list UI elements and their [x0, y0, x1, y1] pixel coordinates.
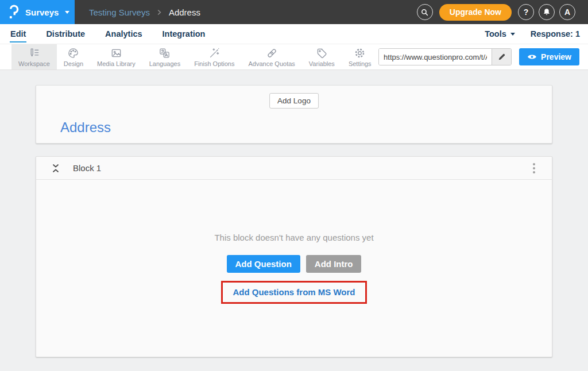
- toolbar-item-languages[interactable]: Languages: [142, 44, 187, 69]
- survey-url-group: [378, 48, 512, 65]
- app-logo-menu[interactable]: Surveys: [0, 0, 75, 24]
- kebab-icon: [533, 167, 535, 169]
- toolbar-item-label: Workspace: [18, 60, 50, 67]
- empty-block-message: This block doesn't have any questions ye…: [214, 233, 373, 242]
- search-icon: [420, 8, 429, 17]
- survey-header-card: Add Logo Address: [36, 85, 552, 144]
- breadcrumb-parent[interactable]: Testing Surveys: [89, 7, 150, 17]
- breadcrumb-separator-icon: [157, 9, 161, 16]
- breadcrumb-current: Address: [169, 7, 200, 17]
- media-library-icon: [110, 47, 122, 59]
- toolbar-item-label: Variables: [309, 60, 335, 67]
- finish-options-icon: [208, 47, 220, 59]
- breadcrumb: Testing Surveys Address: [89, 7, 200, 17]
- add-intro-button[interactable]: Add Intro: [306, 255, 362, 273]
- block-header: Block 1: [36, 157, 552, 180]
- toolbar-item-label: Design: [64, 60, 83, 67]
- pencil-icon: [498, 53, 506, 61]
- section-nav: Edit Distribute Analytics Integration To…: [0, 24, 588, 44]
- toolbar-item-label: Languages: [149, 60, 180, 67]
- preview-button[interactable]: Preview: [519, 48, 579, 65]
- notifications-button[interactable]: [539, 4, 555, 20]
- toolbar-item-label: Media Library: [97, 60, 136, 67]
- kebab-icon: [533, 171, 535, 173]
- kebab-icon: [533, 163, 535, 165]
- toolbar-item-label: Finish Options: [194, 60, 234, 67]
- preview-label: Preview: [541, 52, 571, 61]
- toolbar-item-media-library[interactable]: Media Library: [90, 44, 142, 69]
- response-count[interactable]: Response: 1: [531, 29, 580, 38]
- bell-icon: [542, 7, 551, 17]
- tools-label: Tools: [485, 29, 506, 38]
- tab-analytics[interactable]: Analytics: [105, 25, 142, 42]
- avatar[interactable]: A: [559, 4, 575, 20]
- toolbar-item-label: Advance Quotas: [248, 60, 295, 67]
- section-nav-right: Tools Response: 1: [485, 29, 580, 38]
- add-questions-from-ms-word-link[interactable]: Add Questions from MS Word: [233, 287, 355, 297]
- toolbar-item-finish-options[interactable]: Finish Options: [187, 44, 241, 69]
- variables-icon: [316, 47, 328, 59]
- toolbar-item-settings[interactable]: Settings: [342, 44, 378, 69]
- survey-url-input[interactable]: [379, 49, 492, 65]
- chevron-down-icon: [65, 11, 69, 14]
- block-card: Block 1 This block doesn't have any ques…: [36, 156, 552, 357]
- annotation-highlight-box: Add Questions from MS Word: [221, 281, 366, 304]
- toolbar-item-label: Settings: [349, 60, 372, 67]
- add-logo-button[interactable]: Add Logo: [269, 93, 319, 109]
- block-action-buttons: Add Question Add Intro: [227, 255, 362, 273]
- tab-edit[interactable]: Edit: [10, 25, 26, 42]
- block-menu-button[interactable]: [530, 161, 538, 175]
- edit-url-button[interactable]: [492, 49, 511, 65]
- help-button[interactable]: ?: [518, 4, 534, 20]
- add-question-button[interactable]: Add Question: [227, 255, 300, 273]
- toolbar-item-advance-quotas[interactable]: Advance Quotas: [241, 44, 301, 69]
- settings-icon: [354, 47, 366, 59]
- design-icon: [67, 47, 79, 59]
- workspace-icon: [28, 47, 40, 59]
- advance-quotas-icon: [266, 47, 278, 59]
- languages-icon: [158, 47, 171, 59]
- questionpro-logo-icon: [7, 4, 20, 20]
- survey-title[interactable]: Address: [60, 119, 111, 136]
- toolbar-item-workspace[interactable]: Workspace: [11, 44, 57, 69]
- avatar-initial: A: [564, 7, 570, 17]
- topbar: Surveys Testing Surveys Address Upgrade …: [0, 0, 588, 24]
- eye-icon: [527, 53, 537, 60]
- help-question-glyph: ?: [524, 7, 529, 17]
- search-button[interactable]: [417, 4, 433, 20]
- toolbar-item-variables[interactable]: Variables: [302, 44, 342, 69]
- survey-editor-content: Add Logo Address Block 1 This block does…: [0, 70, 588, 357]
- chevron-down-icon: [510, 33, 515, 36]
- tools-dropdown[interactable]: Tools: [485, 29, 515, 38]
- block-empty-state: This block doesn't have any questions ye…: [36, 180, 552, 357]
- editor-toolbar: Workspace Design Media Library Languages: [0, 44, 588, 70]
- tab-integration[interactable]: Integration: [162, 25, 206, 42]
- product-switcher-label[interactable]: Surveys: [25, 7, 59, 17]
- block-title[interactable]: Block 1: [73, 163, 101, 173]
- upgrade-now-button[interactable]: Upgrade Now: [439, 4, 512, 21]
- topbar-actions: Upgrade Now ? A: [417, 4, 588, 21]
- collapse-icon: [52, 163, 60, 173]
- tab-distribute[interactable]: Distribute: [45, 25, 86, 42]
- collapse-block-button[interactable]: [52, 163, 60, 173]
- toolbar-item-design[interactable]: Design: [57, 44, 90, 69]
